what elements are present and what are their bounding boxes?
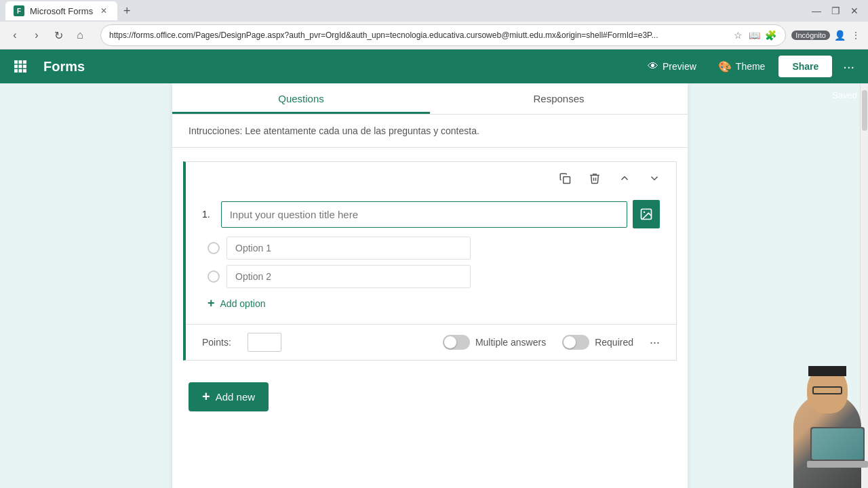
- multiple-answers-group: Multiple answers: [443, 335, 546, 350]
- share-btn[interactable]: Share: [778, 56, 832, 77]
- question-title-input[interactable]: [221, 201, 627, 228]
- waffle-icon[interactable]: [8, 54, 33, 79]
- back-btn[interactable]: ‹: [5, 26, 24, 45]
- question-input-row: 1.: [202, 200, 660, 228]
- toggle-knob-multiple: [444, 336, 456, 348]
- tab-title: Microsoft Forms: [30, 6, 93, 16]
- duplicate-btn[interactable]: [554, 167, 576, 189]
- add-option-icon: +: [208, 296, 215, 310]
- svg-rect-5: [23, 65, 26, 68]
- points-input[interactable]: [248, 333, 281, 352]
- svg-rect-7: [19, 69, 22, 73]
- bookmark-icon[interactable]: ☆: [731, 28, 745, 42]
- question-footer: Points: Multiple answers: [186, 324, 676, 360]
- svg-rect-2: [23, 60, 26, 64]
- option-item-1: [208, 237, 660, 260]
- footer-more-btn[interactable]: ···: [650, 336, 660, 350]
- reading-mode-icon[interactable]: 📖: [747, 28, 761, 42]
- add-new-icon: +: [202, 389, 210, 405]
- multiple-answers-label: Multiple answers: [475, 337, 546, 348]
- header-actions: 👁 Preview 🎨 Theme Share ···: [639, 56, 860, 77]
- option-input-1[interactable]: [226, 237, 471, 260]
- svg-rect-9: [564, 177, 570, 184]
- form-content: Intrucciones: Lee atentamente cada una d…: [172, 115, 688, 436]
- theme-btn[interactable]: 🎨 Theme: [710, 56, 774, 77]
- tab-close-btn[interactable]: ✕: [98, 5, 109, 16]
- refresh-btn[interactable]: ↻: [49, 26, 68, 45]
- maximize-btn[interactable]: ❐: [827, 3, 844, 19]
- svg-rect-0: [14, 60, 18, 64]
- form-container: Questions Responses Intrucciones: Lee at…: [0, 83, 860, 488]
- address-bar[interactable]: https://forms.office.com/Pages/DesignPag…: [100, 24, 786, 46]
- window-controls: — ❐ ✕: [808, 3, 863, 19]
- option-radio-2[interactable]: [208, 270, 220, 283]
- preview-label: Preview: [663, 61, 696, 72]
- profile-icon[interactable]: 👤: [833, 28, 846, 42]
- svg-point-11: [644, 211, 646, 214]
- theme-label: Theme: [736, 61, 766, 72]
- add-option-btn[interactable]: + Add option: [208, 293, 660, 313]
- svg-rect-1: [19, 60, 22, 64]
- svg-rect-6: [14, 69, 18, 73]
- multiple-answers-toggle[interactable]: [443, 335, 470, 350]
- incognito-badge: Incógnito: [791, 30, 830, 40]
- move-up-btn[interactable]: [614, 167, 635, 189]
- main-content: Questions Responses Intrucciones: Lee at…: [0, 83, 868, 488]
- points-label: Points:: [202, 337, 231, 348]
- add-new-label: Add new: [216, 391, 255, 403]
- active-tab[interactable]: F Microsoft Forms ✕: [5, 1, 117, 20]
- svg-rect-3: [14, 65, 18, 68]
- delete-btn[interactable]: [584, 167, 606, 189]
- scrollbar-thumb: [862, 90, 867, 131]
- close-btn[interactable]: ✕: [846, 3, 863, 19]
- image-btn[interactable]: [633, 200, 660, 228]
- tab-questions[interactable]: Questions: [172, 83, 430, 114]
- app-logo: Forms: [41, 59, 85, 75]
- app-header: Forms 👁 Preview 🎨 Theme Share ···: [0, 49, 868, 83]
- browser-more-icon[interactable]: ⋮: [849, 28, 863, 42]
- move-down-btn[interactable]: [644, 167, 665, 189]
- nav-bar: ‹ › ↻ ⌂ https://forms.office.com/Pages/D…: [0, 22, 868, 49]
- form-tabs: Questions Responses: [172, 83, 688, 115]
- form-panel: Questions Responses Intrucciones: Lee at…: [172, 83, 688, 488]
- tab-responses[interactable]: Responses: [430, 83, 688, 114]
- option-item-2: [208, 265, 660, 288]
- eye-icon: 👁: [648, 60, 658, 73]
- address-icons: ☆ 📖 🧩: [731, 28, 777, 42]
- extensions-icon[interactable]: 🧩: [764, 28, 777, 42]
- svg-rect-4: [19, 65, 22, 68]
- option-input-2[interactable]: [226, 265, 471, 288]
- palette-icon: 🎨: [718, 60, 732, 73]
- question-body: 1.: [186, 195, 676, 324]
- required-group: Required: [562, 335, 633, 350]
- tab-favicon: F: [14, 5, 24, 16]
- required-label: Required: [595, 337, 633, 348]
- question-toolbar: [186, 162, 676, 195]
- svg-rect-8: [23, 69, 26, 73]
- minimize-btn[interactable]: —: [808, 3, 825, 19]
- option-radio-1[interactable]: [208, 242, 220, 254]
- add-new-btn[interactable]: + Add new: [189, 382, 269, 411]
- header-more-btn[interactable]: ···: [837, 56, 860, 77]
- preview-btn[interactable]: 👁 Preview: [639, 56, 705, 77]
- saved-indicator: Saved: [832, 90, 857, 100]
- options-list: [208, 237, 660, 288]
- home-btn[interactable]: ⌂: [71, 26, 90, 45]
- toggle-knob-required: [564, 336, 576, 348]
- question-number: 1.: [202, 209, 210, 220]
- required-toggle[interactable]: [562, 335, 589, 350]
- right-scrollbar[interactable]: [860, 83, 868, 488]
- add-new-section: + Add new: [172, 371, 688, 422]
- forward-btn[interactable]: ›: [27, 26, 46, 45]
- title-bar: F Microsoft Forms ✕ + — ❐ ✕: [0, 0, 868, 22]
- nav-controls: ‹ › ↻ ⌂: [0, 23, 95, 47]
- add-option-label: Add option: [220, 298, 266, 309]
- form-instructions: Intrucciones: Lee atentamente cada una d…: [172, 115, 688, 148]
- address-text: https://forms.office.com/Pages/DesignPag…: [109, 30, 726, 40]
- new-tab-btn[interactable]: +: [117, 1, 136, 20]
